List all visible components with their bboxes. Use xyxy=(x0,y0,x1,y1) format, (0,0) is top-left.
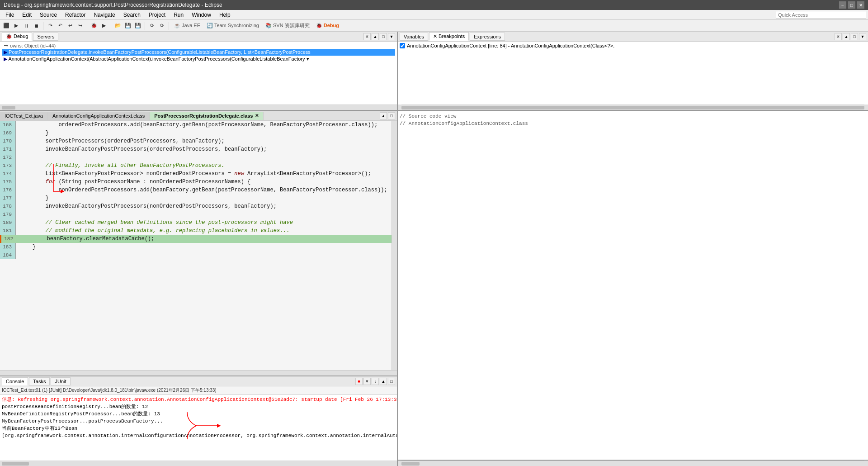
console-hscroll[interactable] xyxy=(0,461,397,466)
console-ctrl-1[interactable]: ▲ xyxy=(380,378,387,385)
breakpoint-checkbox-1[interactable] xyxy=(400,43,405,48)
svn-label: 📚 SVN 资源库研究 xyxy=(263,22,312,29)
toolbar-btn-10[interactable]: ▶ xyxy=(99,21,108,30)
line-num-180: 180 xyxy=(0,219,16,227)
tab-breakpoints[interactable]: ✕ Breakpoints xyxy=(429,32,469,41)
menu-edit[interactable]: Edit xyxy=(19,11,35,19)
console-stop-btn[interactable]: ■ xyxy=(355,378,363,385)
right-tabs-left: Variables ✕ Breakpoints Expressions xyxy=(400,32,505,41)
toolbar-btn-8[interactable]: ↪ xyxy=(75,21,85,30)
tab-junit[interactable]: JUnit xyxy=(51,377,70,385)
menu-navigate[interactable]: Navigate xyxy=(90,11,118,19)
console-header: IOCTest_Ext.test01 (1) [JUnit] D:\Develo… xyxy=(0,386,397,395)
maximize-button[interactable]: □ xyxy=(848,1,855,9)
right-vscroll-right[interactable] xyxy=(864,105,868,110)
toolbar-btn-4[interactable]: ⏹ xyxy=(32,21,41,30)
tab-delegate[interactable]: PostProcessorRegistrationDelegate.class … xyxy=(150,112,263,120)
right-panel: Variables ✕ Breakpoints Expressions ✕ ▲ … xyxy=(398,32,868,466)
line-num-181: 181 xyxy=(0,227,16,235)
tab-annotation[interactable]: AnnotationConfigApplicationContext.class xyxy=(48,112,150,120)
menu-search[interactable]: Search xyxy=(120,11,144,19)
right-vscroll-left[interactable] xyxy=(398,105,401,110)
code-area-wrapper: 168 orderedPostProcessors.add(beanFactor… xyxy=(0,121,397,370)
tab-tasks[interactable]: Tasks xyxy=(29,377,50,385)
tab-variables[interactable]: Variables xyxy=(400,33,428,41)
editor-tab-controls: ▲ □ xyxy=(380,112,397,119)
line-num-171: 171 xyxy=(0,145,16,153)
menu-help[interactable]: Help xyxy=(216,11,234,19)
toolbar-btn-7[interactable]: ↩ xyxy=(66,21,75,30)
menu-bar: File Edit Source Refactor Navigate Searc… xyxy=(0,10,868,20)
toolbar-btn-3[interactable]: ⏸ xyxy=(22,21,31,30)
editor-ctrl-max[interactable]: □ xyxy=(388,112,395,119)
debug-stack-2[interactable]: ▶ AnnotationConfigApplicationContext(Abs… xyxy=(2,56,395,62)
tab-debug[interactable]: 🐞 Debug xyxy=(2,32,32,41)
line-content-174: List<BeanFactoryPostProcessor> nonOrdere… xyxy=(16,170,371,178)
menu-refactor[interactable]: Refactor xyxy=(61,11,89,19)
menu-file[interactable]: File xyxy=(2,11,18,19)
menu-run[interactable]: Run xyxy=(170,11,187,19)
tab-servers[interactable]: Servers xyxy=(33,33,58,41)
code-line-181: 181 // modified the original metadata, e… xyxy=(0,227,392,235)
toolbar-btn-5[interactable]: ↷ xyxy=(46,21,55,30)
menu-window[interactable]: Window xyxy=(188,11,215,19)
right-ctrl-1[interactable]: ✕ xyxy=(835,33,842,40)
tab-delegate-label: PostProcessorRegistrationDelegate.class xyxy=(154,113,253,119)
right-hscroll[interactable] xyxy=(401,105,864,110)
tab-expressions[interactable]: Expressions xyxy=(470,33,505,41)
debug-tabs-left: 🐞 Debug Servers xyxy=(2,32,58,41)
team-sync-label: 🔄 Team Synchronizing xyxy=(204,23,262,29)
toolbar-btn-2[interactable]: ▶ xyxy=(12,21,21,30)
toolbar-btn-9[interactable]: 🐞 xyxy=(90,21,99,30)
code-line-175: 175 for (String postProcessorName : nonO… xyxy=(0,178,392,186)
close-button[interactable]: ✕ xyxy=(857,1,864,9)
toolbar-btn-1[interactable]: ⬛ xyxy=(2,21,11,30)
toolbar-btn-13[interactable]: 💾 xyxy=(133,21,142,30)
code-line-178: 178 invokeBeanFactoryPostProcessors(nonO… xyxy=(0,202,392,210)
right-ctrl-3[interactable]: □ xyxy=(851,33,858,40)
code-hscroll[interactable] xyxy=(0,370,397,376)
toolbar-btn-12[interactable]: 💾 xyxy=(123,21,132,30)
code-line-169: 169 } xyxy=(0,129,392,137)
right-code-line-2: // AnnotationConfigApplicationContext.cl… xyxy=(400,120,866,127)
console-content[interactable]: 信息: Refreshing org.springframework.conte… xyxy=(0,395,397,461)
right-vscroll-left2[interactable] xyxy=(398,461,401,466)
debug-ctrl-1[interactable]: ✕ xyxy=(363,33,371,40)
code-vscroll[interactable] xyxy=(392,121,397,370)
console-ctrl-2[interactable]: □ xyxy=(388,378,395,385)
console-clear-btn[interactable]: ✕ xyxy=(363,378,371,385)
right-code-hscroll[interactable] xyxy=(401,461,864,466)
debug-stack-1[interactable]: ▶ PostProcessorRegistrationDelegate.invo… xyxy=(2,49,395,56)
toolbar-btn-15[interactable]: ⟳ xyxy=(157,21,166,30)
toolbar-btn-14[interactable]: ⟳ xyxy=(147,21,156,30)
menu-project[interactable]: Project xyxy=(145,11,169,19)
line-content-184 xyxy=(16,251,23,259)
minimize-button[interactable]: − xyxy=(839,1,846,9)
debug-hscroll[interactable] xyxy=(0,105,397,110)
tab-ioc-test[interactable]: IOCTest_Ext.java xyxy=(0,112,48,120)
right-scrolls xyxy=(398,105,868,110)
right-vscroll-right2[interactable] xyxy=(864,461,868,466)
right-ctrl-4[interactable]: ▼ xyxy=(859,33,866,40)
main-layout: 🐞 Debug Servers ✕ ▲ □ ▼ ⮕ owns: Object (… xyxy=(0,32,868,466)
editor-ctrl-min[interactable]: ▲ xyxy=(380,112,387,119)
code-line-184: 184 xyxy=(0,251,392,259)
toolbar-btn-11[interactable]: 📂 xyxy=(113,21,123,30)
right-tab-bar: Variables ✕ Breakpoints Expressions ✕ ▲ … xyxy=(398,32,868,42)
right-code-content[interactable]: // Source code view // AnnotationConfigA… xyxy=(398,111,868,461)
debug-ctrl-3[interactable]: □ xyxy=(380,33,387,40)
line-content-182: beanFactory.clearMetadataCache(); xyxy=(17,235,154,243)
console-scroll-btn[interactable]: ↓ xyxy=(372,378,379,385)
tab-console[interactable]: Console xyxy=(2,377,28,385)
debug-content: ⮕ owns: Object (id=44) ▶ PostProcessorRe… xyxy=(0,42,397,105)
code-lines-container[interactable]: 168 orderedPostProcessors.add(beanFactor… xyxy=(0,121,392,370)
right-ctrl-2[interactable]: ▲ xyxy=(843,33,850,40)
left-panel: 🐞 Debug Servers ✕ ▲ □ ▼ ⮕ owns: Object (… xyxy=(0,32,398,466)
menu-source[interactable]: Source xyxy=(36,11,61,19)
quick-access-input[interactable] xyxy=(776,11,866,19)
toolbar-btn-6[interactable]: ↶ xyxy=(56,21,65,30)
debug-ctrl-2[interactable]: ▲ xyxy=(372,33,379,40)
debug-ctrl-4[interactable]: ▼ xyxy=(388,33,395,40)
tab-delegate-close[interactable]: ✕ xyxy=(255,113,259,118)
debug-tab-bar: 🐞 Debug Servers ✕ ▲ □ ▼ xyxy=(0,32,397,42)
